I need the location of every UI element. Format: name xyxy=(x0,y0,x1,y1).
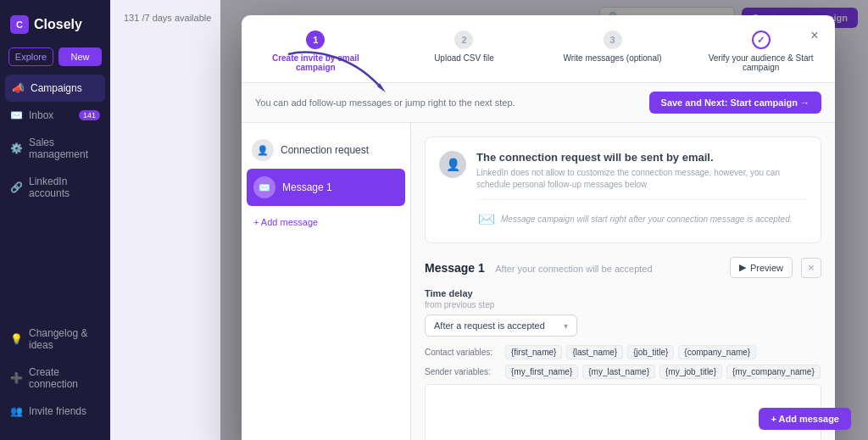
right-panel: 👤 The connection request will be sent by… xyxy=(411,123,835,440)
close-message-button[interactable]: × xyxy=(801,258,821,278)
modal-subheader: You can add follow-up messages or jump r… xyxy=(242,83,835,123)
time-delay-select[interactable]: After a request is accepted ▾ xyxy=(425,315,577,337)
message-title-group: Message 1 After your connection will be … xyxy=(425,260,653,276)
step-1-label: Create invite by email campaign xyxy=(259,53,373,72)
var-my-last-name[interactable]: {my_last_name} xyxy=(582,365,655,379)
sales-icon: ⚙️ xyxy=(10,142,22,154)
step-4-circle: ✓ xyxy=(752,31,771,49)
inbox-icon: ✉️ xyxy=(10,109,22,121)
inbox-badge: 141 xyxy=(79,110,100,120)
var-last-name[interactable]: {last_name} xyxy=(566,345,623,359)
sidebar-inbox-label: Inbox xyxy=(29,109,53,121)
step-1-circle: 1 xyxy=(306,31,325,49)
connection-info-card: 👤 The connection request will be sent by… xyxy=(425,136,821,243)
sidebar: C Closely Explore New 📣 Campaigns ✉️ Inb… xyxy=(0,0,110,440)
contact-variables-label: Contact variables: xyxy=(425,348,501,357)
connection-title: The connection request will be sent by e… xyxy=(476,151,807,164)
main-area: 131 /7 days available 🔍 Create new campa… xyxy=(110,0,868,440)
step-2: 2 Upload CSV file xyxy=(407,31,521,63)
sidebar-campaigns-label: Campaigns xyxy=(31,82,82,94)
var-company-name[interactable]: {company_name} xyxy=(678,345,756,359)
chevron-down-icon: ▾ xyxy=(564,321,568,331)
sidebar-invite-label: Invite friends xyxy=(29,405,86,417)
invite-icon: 👥 xyxy=(10,405,22,417)
modal-body: 👤 Connection request ✉️ Message 1 + Add … xyxy=(242,123,835,440)
time-delay-label: Time delay xyxy=(425,288,821,298)
explore-button[interactable]: Explore xyxy=(8,47,53,66)
step-4: ✓ Verify your audience & Start campaign xyxy=(704,31,818,72)
sender-variables-label: Sender variables: xyxy=(425,367,501,376)
step-2-label: Upload CSV file xyxy=(434,53,494,63)
sidebar-item-inbox[interactable]: ✉️ Inbox 141 xyxy=(0,102,110,129)
stepper: 1 Create invite by email campaign 2 Uplo… xyxy=(242,15,835,83)
sidebar-create-label: Create connection xyxy=(29,366,100,390)
app-logo: C Closely xyxy=(0,8,110,44)
message1-label: Message 1 xyxy=(282,181,332,193)
message-title: Message 1 xyxy=(425,261,485,275)
var-my-first-name[interactable]: {my_first_name} xyxy=(505,365,578,379)
sender-variables-row: Sender variables: {my_first_name} {my_la… xyxy=(425,365,821,379)
campaigns-icon: 📣 xyxy=(12,82,24,94)
connection-sub: ✉️ Message campaign will start right aft… xyxy=(476,199,807,229)
connection-avatar: 👤 xyxy=(439,151,466,178)
message-subtitle: After your connection will be accepted xyxy=(495,264,652,274)
message-header: Message 1 After your connection will be … xyxy=(425,257,821,278)
logo-icon: C xyxy=(10,15,29,34)
connection-desc: LinkedIn does not allow to customize the… xyxy=(476,167,807,191)
sidebar-item-sales[interactable]: ⚙️ Sales management xyxy=(0,129,110,168)
left-panel: 👤 Connection request ✉️ Message 1 + Add … xyxy=(242,123,411,440)
step-4-label: Verify your audience & Start campaign xyxy=(704,53,818,72)
create-icon: ➕ xyxy=(10,372,22,384)
save-next-button[interactable]: Save and Next: Start campaign → xyxy=(649,92,821,114)
preview-label: Preview xyxy=(750,263,783,273)
connection-text: The connection request will be sent by e… xyxy=(476,151,807,229)
sidebar-item-campaigns[interactable]: 📣 Campaigns xyxy=(5,75,105,102)
sidebar-linkedin-label: LinkedIn accounts xyxy=(29,175,100,199)
sidebar-item-create[interactable]: ➕ Create connection xyxy=(0,359,110,398)
connection-sub-text: Message campaign will start right after … xyxy=(501,214,793,224)
step-3: 3 Write messages (optional) xyxy=(555,31,670,63)
contact-variables-row: Contact variables: {first_name} {last_na… xyxy=(425,345,821,359)
sidebar-changelog-label: Changelog & ideas xyxy=(29,327,100,351)
step-3-label: Write messages (optional) xyxy=(564,53,662,63)
step-3-circle: 3 xyxy=(604,31,622,49)
play-icon: ▶ xyxy=(739,262,746,273)
add-message-bottom-button[interactable]: + Add message xyxy=(759,408,851,430)
linkedin-icon: 🔗 xyxy=(10,181,22,193)
time-delay-sublabel: from previous step xyxy=(425,300,821,309)
var-my-job-title[interactable]: {my_job_title} xyxy=(659,365,722,379)
var-first-name[interactable]: {first_name} xyxy=(505,345,562,359)
add-message-left-button[interactable]: + Add message xyxy=(242,209,410,235)
campaign-modal: 1 Create invite by email campaign 2 Uplo… xyxy=(242,15,835,440)
message1-icon: ✉️ xyxy=(253,176,275,198)
step-1: 1 Create invite by email campaign xyxy=(259,31,373,72)
sidebar-sales-label: Sales management xyxy=(29,136,100,160)
var-my-company-name[interactable]: {my_company_name} xyxy=(726,365,821,379)
new-button[interactable]: New xyxy=(58,47,102,66)
modal-close-button[interactable]: × xyxy=(804,25,825,46)
var-job-title[interactable]: {job_title} xyxy=(627,345,674,359)
app-name: Closely xyxy=(34,17,82,32)
time-delay-field: Time delay from previous step After a re… xyxy=(425,288,821,337)
trial-info: 131 /7 days available xyxy=(120,13,211,23)
connection-sub-icon: ✉️ xyxy=(476,209,497,229)
step-2-circle: 2 xyxy=(454,31,473,49)
subheader-text: You can add follow-up messages or jump r… xyxy=(255,97,515,108)
time-delay-value: After a request is accepted xyxy=(434,320,545,331)
changelog-icon: 💡 xyxy=(10,333,22,345)
connection-label: Connection request xyxy=(281,144,369,156)
sidebar-item-changelog[interactable]: 💡 Changelog & ideas xyxy=(0,320,110,359)
sidebar-item-invite[interactable]: 👥 Invite friends xyxy=(0,398,110,425)
preview-button[interactable]: ▶ Preview xyxy=(730,257,793,278)
connection-icon: 👤 xyxy=(252,139,274,161)
sidebar-item-linkedin[interactable]: 🔗 LinkedIn accounts xyxy=(0,168,110,207)
connection-request-item[interactable]: 👤 Connection request xyxy=(242,131,410,169)
message1-item[interactable]: ✉️ Message 1 xyxy=(247,169,405,206)
